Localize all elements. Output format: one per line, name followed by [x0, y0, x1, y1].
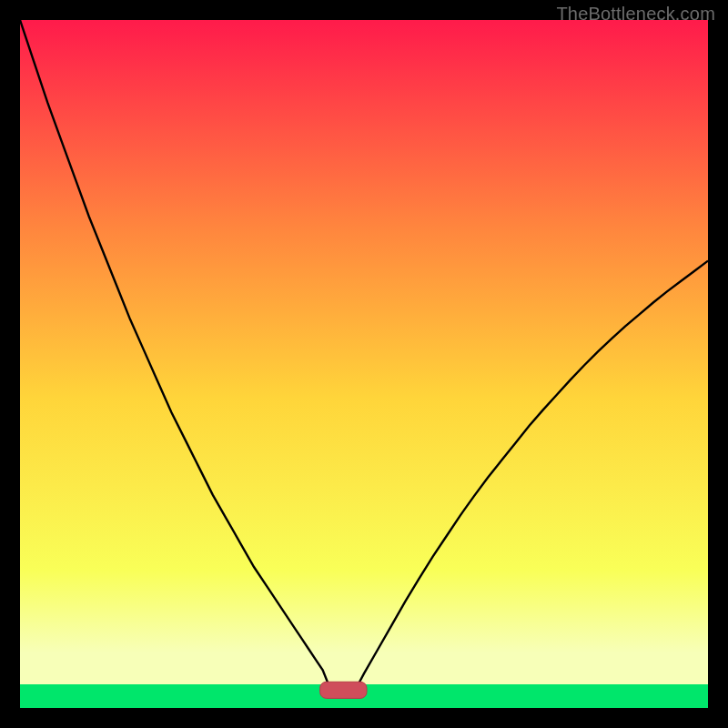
chart-svg [20, 20, 708, 708]
bottleneck-marker [320, 682, 367, 698]
gradient-background [20, 20, 708, 708]
chart-frame: TheBottleneck.com [0, 0, 728, 728]
plot-area [20, 20, 708, 708]
